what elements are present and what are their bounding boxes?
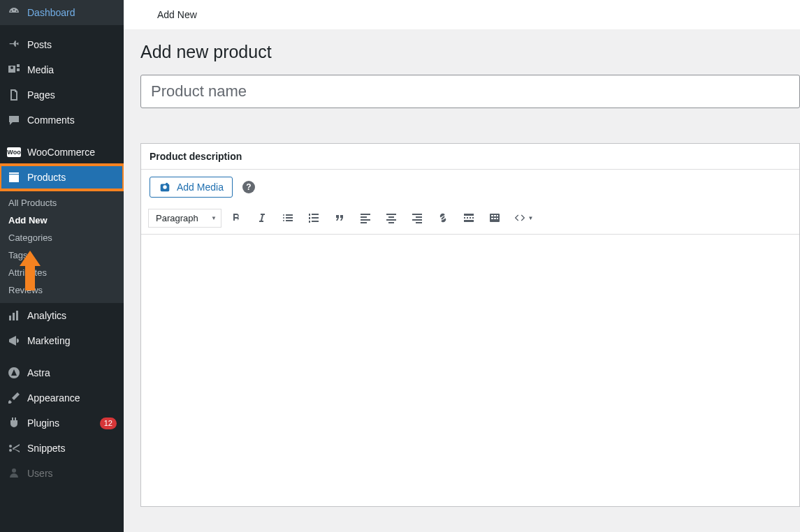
submenu-item-categories[interactable]: Categories bbox=[0, 229, 124, 246]
editor-body[interactable] bbox=[141, 234, 799, 506]
sidebar-label: WooCommerce bbox=[27, 147, 117, 158]
sidebar-label: Astra bbox=[27, 367, 117, 378]
paragraph-select[interactable]: Paragraph bbox=[148, 209, 221, 228]
sidebar-item-snippets[interactable]: Snippets bbox=[0, 436, 124, 461]
sidebar-item-comments[interactable]: Comments bbox=[0, 108, 124, 133]
align-center-button[interactable] bbox=[380, 207, 402, 228]
plugin-icon bbox=[7, 416, 21, 430]
sidebar-item-marketing[interactable]: Marketing bbox=[0, 328, 124, 353]
sidebar-label: Analytics bbox=[27, 310, 117, 321]
add-media-button[interactable]: Add Media bbox=[150, 177, 233, 198]
panel-header: Product description bbox=[141, 144, 799, 170]
breadcrumb: Add New bbox=[124, 0, 800, 29]
submenu-item-tags[interactable]: Tags bbox=[0, 246, 124, 264]
sidebar-label: Appearance bbox=[27, 392, 117, 404]
product-description-panel: Product description Add Media ? Paragrap… bbox=[140, 143, 800, 507]
svg-rect-3 bbox=[13, 313, 15, 320]
astra-icon bbox=[7, 366, 21, 380]
sidebar-label: Marketing bbox=[27, 335, 117, 346]
svg-rect-2 bbox=[9, 316, 11, 320]
sidebar-item-woocommerce[interactable]: Woo WooCommerce bbox=[0, 140, 124, 165]
pages-icon bbox=[7, 88, 21, 102]
users-icon bbox=[7, 466, 21, 480]
sidebar-item-plugins[interactable]: Plugins 12 bbox=[0, 411, 124, 436]
media-icon bbox=[7, 63, 21, 77]
admin-sidebar: Dashboard Posts Media Pages Comments Woo… bbox=[0, 0, 124, 532]
plugin-update-badge: 12 bbox=[100, 418, 117, 429]
svg-rect-6 bbox=[491, 215, 493, 216]
analytics-icon bbox=[7, 309, 21, 323]
pin-icon bbox=[7, 38, 21, 52]
sidebar-item-analytics[interactable]: Analytics bbox=[0, 303, 124, 328]
sidebar-label: Users bbox=[27, 468, 117, 479]
product-name-input[interactable] bbox=[140, 75, 800, 108]
svg-rect-1 bbox=[9, 172, 19, 174]
megaphone-icon bbox=[7, 334, 21, 348]
comments-icon bbox=[7, 113, 21, 127]
products-icon bbox=[7, 170, 21, 184]
sidebar-item-media[interactable]: Media bbox=[0, 57, 124, 82]
svg-rect-8 bbox=[497, 215, 498, 216]
sidebar-label: Plugins bbox=[27, 418, 90, 429]
chevron-down-icon: ▼ bbox=[528, 215, 534, 221]
sidebar-label: Snippets bbox=[27, 443, 117, 454]
sidebar-item-appearance[interactable]: Appearance bbox=[0, 385, 124, 411]
svg-rect-4 bbox=[16, 311, 18, 320]
submenu-item-all-products[interactable]: All Products bbox=[0, 194, 124, 212]
sidebar-label: Pages bbox=[27, 89, 117, 101]
svg-rect-11 bbox=[497, 218, 498, 219]
align-left-button[interactable] bbox=[354, 207, 377, 228]
link-button[interactable] bbox=[432, 207, 454, 228]
main-content: Add New Add new product Product descript… bbox=[124, 0, 800, 532]
products-submenu: All Products Add New Categories Tags Att… bbox=[0, 190, 124, 303]
code-button[interactable]: ▼ bbox=[509, 207, 537, 228]
sidebar-label: Dashboard bbox=[27, 7, 117, 18]
submenu-item-attributes[interactable]: Attributes bbox=[0, 264, 124, 281]
blockquote-button[interactable] bbox=[328, 207, 351, 228]
editor-toolbar: Paragraph ▼ bbox=[141, 205, 799, 234]
submenu-item-reviews[interactable]: Reviews bbox=[0, 281, 124, 299]
woocommerce-icon: Woo bbox=[7, 145, 21, 159]
sidebar-item-astra[interactable]: Astra bbox=[0, 360, 124, 385]
sidebar-item-dashboard[interactable]: Dashboard bbox=[0, 0, 124, 25]
italic-button[interactable] bbox=[251, 207, 273, 228]
bold-button[interactable] bbox=[225, 207, 247, 228]
svg-rect-9 bbox=[491, 218, 493, 219]
sidebar-item-posts[interactable]: Posts bbox=[0, 32, 124, 57]
submenu-item-add-new[interactable]: Add New bbox=[0, 212, 124, 229]
numbered-list-button[interactable] bbox=[303, 207, 325, 228]
align-right-button[interactable] bbox=[406, 207, 428, 228]
sidebar-item-pages[interactable]: Pages bbox=[0, 82, 124, 108]
dashboard-icon bbox=[7, 6, 21, 20]
brush-icon bbox=[7, 391, 21, 405]
sidebar-item-users[interactable]: Users bbox=[0, 461, 124, 486]
sidebar-label: Products bbox=[27, 172, 117, 183]
help-icon[interactable]: ? bbox=[242, 181, 255, 193]
sidebar-item-products[interactable]: Products bbox=[0, 165, 124, 190]
svg-rect-10 bbox=[494, 218, 496, 219]
svg-rect-0 bbox=[9, 175, 19, 182]
read-more-button[interactable] bbox=[458, 207, 480, 228]
scissors-icon bbox=[7, 441, 21, 455]
toolbar-toggle-button[interactable] bbox=[483, 207, 506, 228]
sidebar-label: Posts bbox=[27, 39, 117, 50]
svg-rect-7 bbox=[494, 215, 496, 216]
sidebar-label: Comments bbox=[27, 114, 117, 126]
add-media-label: Add Media bbox=[177, 182, 224, 193]
media-add-icon bbox=[159, 181, 171, 193]
bulleted-list-button[interactable] bbox=[277, 207, 299, 228]
page-title: Add new product bbox=[140, 42, 800, 62]
sidebar-label: Media bbox=[27, 64, 117, 75]
